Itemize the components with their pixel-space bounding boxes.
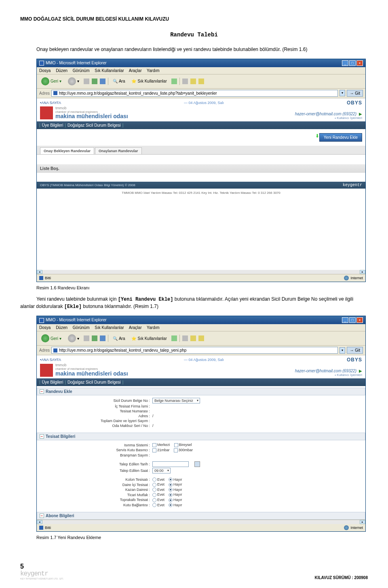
collapse-icon[interactable]: − xyxy=(40,389,44,394)
mail-icon[interactable] xyxy=(182,79,188,84)
new-randevu-button[interactable]: Yeni Randevu Ekle xyxy=(319,133,362,142)
user-menu[interactable]: • Kullanıcı İşlemleri xyxy=(295,373,362,377)
print-icon[interactable] xyxy=(190,79,196,84)
rad-kolon-h[interactable] xyxy=(169,478,173,482)
maximize-button[interactable]: □ xyxy=(349,317,356,323)
edit-icon[interactable] xyxy=(198,335,204,341)
nav-dogalgaz[interactable]: Doğalgaz Sicil Durum Belgesi xyxy=(67,123,121,127)
logo-main: makina mühendisleri odası xyxy=(55,113,128,119)
url-dropdown[interactable]: ▾ xyxy=(340,90,345,96)
page-number: 5 xyxy=(20,563,64,570)
collapse-icon[interactable]: − xyxy=(40,434,44,439)
mail-icon[interactable] xyxy=(182,335,188,341)
menu-edit[interactable]: Düzen xyxy=(56,68,67,73)
page-icon xyxy=(53,91,57,95)
home-icon[interactable] xyxy=(100,335,105,341)
favorites-button[interactable]: ⭐ Sık Kullanılanlar xyxy=(129,78,169,85)
menu-help[interactable]: Yardım xyxy=(147,325,160,330)
ie-icon xyxy=(39,318,44,323)
close-button[interactable]: × xyxy=(356,60,363,66)
menu-favorites[interactable]: Sık Kullanılanlar xyxy=(95,325,124,330)
menu-favorites[interactable]: Sık Kullanılanlar xyxy=(95,68,124,73)
rad-daire-h[interactable] xyxy=(169,483,173,487)
rad-kutu-h[interactable] xyxy=(169,503,173,507)
back-button[interactable]: Geri ▾ xyxy=(39,76,63,87)
tab-approved[interactable]: Onaylanan Randevular xyxy=(95,147,142,154)
h-scrollbar[interactable]: ◂▸ xyxy=(37,520,365,524)
belge-select[interactable]: Belge Numarası Seçiniz xyxy=(152,398,200,403)
menu-file[interactable]: Dosya xyxy=(39,68,51,73)
rad-kutu-e[interactable] xyxy=(152,503,156,507)
chk-21[interactable] xyxy=(152,448,156,452)
go-button[interactable]: → Git xyxy=(347,90,363,97)
home-icon[interactable] xyxy=(100,79,105,84)
time-select[interactable]: 09:00 xyxy=(152,468,171,473)
maximize-button[interactable]: □ xyxy=(349,60,356,66)
h-scrollbar[interactable]: ◂▸ xyxy=(37,270,365,274)
form-head-randevu[interactable]: −Randevu Ekle xyxy=(37,388,365,395)
menu-tools[interactable]: Araçlar xyxy=(129,325,142,330)
menu-help[interactable]: Yardım xyxy=(147,68,160,73)
stop-icon[interactable] xyxy=(84,335,89,341)
url-input[interactable]: http://uye.mmo.org.tr/dogalgaz/tesisat_k… xyxy=(51,90,338,97)
search-button[interactable]: 🔍 Ara xyxy=(111,78,127,85)
minimize-button[interactable]: _ xyxy=(342,60,348,66)
lbl-kazan: Kazan Dairesi : xyxy=(39,488,152,492)
rad-toprak-h[interactable] xyxy=(169,498,173,502)
close-button[interactable]: × xyxy=(356,317,363,323)
history-icon[interactable] xyxy=(171,79,177,84)
stop-icon[interactable] xyxy=(84,79,89,84)
rad-kazan-e[interactable] xyxy=(152,488,156,492)
calendar-icon[interactable] xyxy=(194,461,200,467)
url-dropdown[interactable]: ▾ xyxy=(340,347,345,354)
url-input[interactable]: http://uye.mmo.org.tr/dogalgaz/tesisat_k… xyxy=(51,347,338,354)
nav-uye[interactable]: Üye Bilgileri xyxy=(42,123,63,127)
search-button[interactable]: 🔍 Ara xyxy=(111,335,127,342)
rad-daire-e[interactable] xyxy=(152,483,156,487)
menu-edit[interactable]: Düzen xyxy=(56,325,67,330)
user-menu[interactable]: • Kullanıcı İşlemleri xyxy=(295,116,362,120)
favorites-button[interactable]: ⭐ Sık Kullanılanlar xyxy=(129,335,169,342)
user-arrow-icon[interactable]: ▶ xyxy=(359,369,362,373)
mmo-logo: tmmob chamber of mechanical engineers ma… xyxy=(40,363,128,377)
intro-paragraph: Onay bekleyen randevular ve onaylanan ra… xyxy=(20,46,368,53)
forward-button[interactable]: ▾ xyxy=(66,76,81,87)
app-navbar: | Üye Bilgileri | Doğalgaz Sicil Durum B… xyxy=(37,378,365,386)
user-arrow-icon[interactable]: ▶ xyxy=(359,112,362,116)
rad-mutfak-h[interactable] xyxy=(169,493,173,497)
print-icon[interactable] xyxy=(190,335,196,341)
nav-uye[interactable]: Üye Bilgileri xyxy=(42,380,63,384)
keygent-footer-sub: KEY İNTERNET HİZMETLERİ LTD. ŞTİ. xyxy=(20,577,64,580)
refresh-icon[interactable] xyxy=(92,335,97,341)
date-input[interactable] xyxy=(152,461,189,467)
menu-view[interactable]: Görünüm xyxy=(73,325,90,330)
minimize-button[interactable]: _ xyxy=(342,317,348,323)
chk-merkezi[interactable] xyxy=(152,443,156,447)
form-head-abone[interactable]: −Abone Bilgileri xyxy=(37,512,365,520)
menubar: Dosya Düzen Görünüm Sık Kullanılanlar Ar… xyxy=(37,324,365,331)
home-link[interactable]: •ANA SAYFA xyxy=(40,101,61,105)
statusbar: Bitti Internet xyxy=(37,524,365,531)
lbl-belge: Sicil Durum Belge No : xyxy=(39,399,152,403)
history-icon[interactable] xyxy=(171,335,177,341)
home-link[interactable]: •ANA SAYFA xyxy=(40,358,61,362)
rad-toprak-e[interactable] xyxy=(152,498,156,502)
refresh-icon[interactable] xyxy=(92,79,97,84)
rad-kazan-h[interactable] xyxy=(169,488,173,492)
rad-kolon-e[interactable] xyxy=(152,478,156,482)
menu-tools[interactable]: Araçlar xyxy=(129,68,142,73)
go-button[interactable]: → Git xyxy=(347,347,363,354)
menu-view[interactable]: Görünüm xyxy=(73,68,90,73)
rad-mutfak-e[interactable] xyxy=(152,493,156,497)
edit-icon[interactable] xyxy=(198,79,204,84)
forward-button[interactable]: ▾ xyxy=(66,333,81,344)
form-head-tesisat[interactable]: −Tesisat Bilgileri xyxy=(37,433,365,440)
tab-pending[interactable]: Onay Bekleyen Randevular xyxy=(40,147,94,154)
collapse-icon[interactable]: − xyxy=(40,514,44,518)
chk-300[interactable] xyxy=(174,448,178,452)
titlebar: MMO - Microsoft Internet Explorer _ □ × xyxy=(37,316,365,324)
chk-bireysel[interactable] xyxy=(174,443,178,447)
menu-file[interactable]: Dosya xyxy=(39,325,51,330)
back-button[interactable]: Geri ▾ xyxy=(39,333,63,344)
nav-dogalgaz[interactable]: Doğalgaz Sicil Durum Belgesi xyxy=(67,380,121,384)
